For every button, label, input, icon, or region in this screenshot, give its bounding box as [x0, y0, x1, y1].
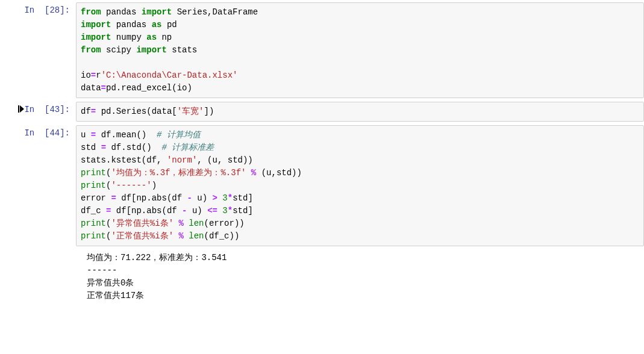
- output-text: 均值为：71.222，标准差为：3.541 ------ 异常值共0条 正常值共…: [76, 249, 644, 305]
- prompt-area: In [28]:: [0, 2, 76, 15]
- output-cell: 均值为：71.222，标准差为：3.541 ------ 异常值共0条 正常值共…: [0, 249, 644, 305]
- input-prompt: In [43]:: [24, 105, 72, 114]
- code-content[interactable]: u = df.mean() # 计算均值 std = df.std() # 计算…: [81, 129, 639, 243]
- code-input[interactable]: u = df.mean() # 计算均值 std = df.std() # 计算…: [76, 125, 644, 246]
- notebook-container: In [28]:from pandas import Series,DataFr…: [0, 1, 644, 305]
- run-cell-icon: [16, 5, 24, 6]
- code-cell: In [28]:from pandas import Series,DataFr…: [0, 1, 644, 99]
- run-cell-icon[interactable]: [16, 105, 24, 114]
- code-input[interactable]: df= pd.Series(data['车宽']): [76, 102, 644, 122]
- code-cell: In [43]:df= pd.Series(data['车宽']): [0, 101, 644, 123]
- code-content[interactable]: from pandas import Series,DataFrame impo…: [81, 6, 639, 95]
- output-prompt-spacer: [0, 249, 76, 305]
- code-cell: In [44]:u = df.mean() # 计算均值 std = df.st…: [0, 124, 644, 247]
- prompt-area: In [44]:: [0, 125, 76, 138]
- input-prompt: In [28]:: [24, 5, 72, 15]
- svg-marker-1: [20, 105, 24, 113]
- code-content[interactable]: df= pd.Series(data['车宽']): [81, 105, 639, 118]
- run-cell-icon: [16, 128, 24, 129]
- svg-rect-0: [18, 105, 19, 113]
- code-input[interactable]: from pandas import Series,DataFrame impo…: [76, 2, 644, 98]
- input-prompt: In [44]:: [24, 128, 72, 138]
- prompt-area: In [43]:: [0, 102, 76, 114]
